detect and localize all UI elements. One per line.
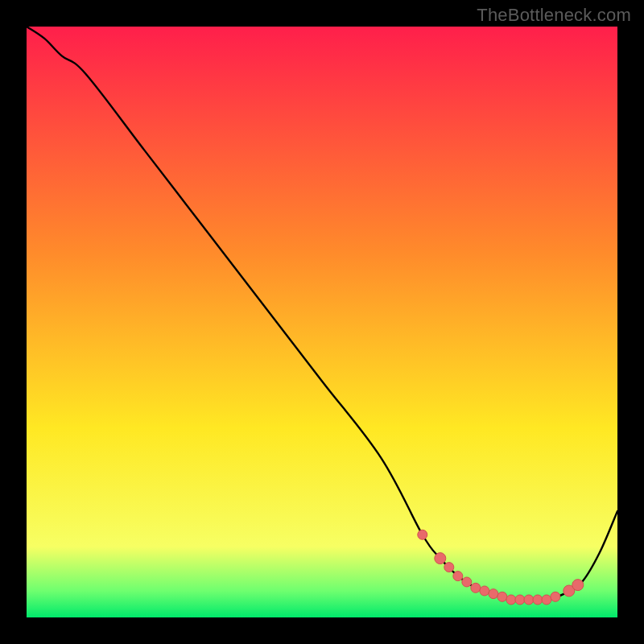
gradient-line-chart [27,27,617,617]
curve-marker [453,572,463,581]
curve-marker [524,595,534,605]
watermark-label: TheBottleneck.com [477,5,631,26]
curve-marker [471,583,481,592]
gradient-background [27,27,617,617]
curve-marker [572,580,584,591]
curve-marker [515,595,525,605]
curve-marker [462,577,472,587]
curve-marker [542,595,551,605]
plot-area [27,27,617,617]
curve-marker [435,553,446,564]
curve-marker [418,530,427,539]
curve-marker [489,589,498,599]
curve-marker [444,563,454,572]
curve-marker [497,592,507,601]
curve-marker [551,592,560,601]
curve-marker [480,586,489,596]
curve-marker [533,595,543,605]
curve-marker [506,595,516,605]
chart-frame: TheBottleneck.com [0,0,644,644]
